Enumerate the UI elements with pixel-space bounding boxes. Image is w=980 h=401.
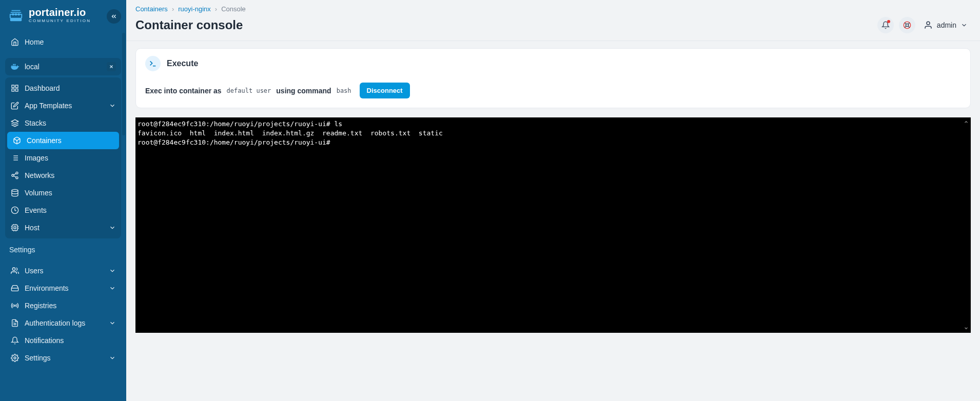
chevron-down-icon bbox=[109, 319, 116, 327]
settings-heading: Settings bbox=[0, 238, 126, 257]
sidebar-item-label: Volumes bbox=[25, 189, 52, 197]
svg-rect-31 bbox=[14, 227, 16, 229]
help-button[interactable] bbox=[899, 17, 915, 33]
sidebar-item-label: Authentication logs bbox=[25, 319, 85, 327]
svg-point-23 bbox=[16, 172, 18, 174]
docker-icon bbox=[10, 62, 19, 71]
home-icon bbox=[10, 37, 19, 47]
sidebar-item-label: Containers bbox=[27, 136, 62, 145]
sidebar-item-label: Images bbox=[25, 154, 48, 162]
sidebar-item-registries[interactable]: Registries bbox=[5, 297, 121, 314]
svg-line-27 bbox=[14, 173, 16, 175]
sidebar-item-label: Environments bbox=[25, 284, 69, 292]
svg-rect-30 bbox=[12, 225, 18, 231]
sidebar-item-auth-logs[interactable]: Authentication logs bbox=[5, 314, 121, 332]
sidebar-item-label: Networks bbox=[25, 171, 54, 179]
svg-line-53 bbox=[905, 26, 906, 28]
svg-rect-13 bbox=[15, 89, 18, 91]
database-icon bbox=[10, 188, 19, 197]
sidebar-item-notifications[interactable]: Notifications bbox=[5, 332, 121, 349]
card-header: Execute bbox=[145, 56, 961, 71]
brand-logo[interactable]: portainer.io COMMUNITY EDITION bbox=[8, 7, 91, 23]
sidebar-header: portainer.io COMMUNITY EDITION bbox=[0, 0, 126, 28]
sidebar-item-environments[interactable]: Environments bbox=[5, 279, 121, 297]
environment-badge[interactable]: local bbox=[5, 58, 121, 75]
notifications-button[interactable] bbox=[877, 17, 894, 33]
sidebar-collapse-button[interactable] bbox=[107, 9, 121, 24]
sidebar-item-label: Dashboard bbox=[25, 84, 60, 92]
notification-indicator bbox=[887, 20, 890, 23]
disconnect-button[interactable]: Disconnect bbox=[360, 83, 410, 98]
radio-icon bbox=[10, 301, 19, 310]
sidebar-item-networks[interactable]: Networks bbox=[5, 167, 121, 184]
svg-rect-1 bbox=[15, 13, 17, 15]
sidebar-item-images[interactable]: Images bbox=[5, 149, 121, 167]
svg-line-50 bbox=[905, 23, 906, 24]
user-name: admin bbox=[937, 21, 956, 29]
sidebar-item-containers[interactable]: Containers bbox=[7, 132, 119, 149]
sidebar-item-label: App Templates bbox=[25, 102, 72, 110]
main: Containers › ruoyi-nginx › Console Conta… bbox=[126, 0, 980, 401]
svg-point-40 bbox=[12, 268, 15, 270]
user-menu[interactable]: admin bbox=[920, 18, 971, 32]
sidebar-item-label: Host bbox=[25, 224, 40, 232]
user-icon bbox=[924, 21, 933, 30]
chevron-down-icon bbox=[109, 267, 116, 274]
close-icon bbox=[109, 64, 114, 69]
exec-prefix: Exec into container as bbox=[145, 87, 222, 95]
svg-line-51 bbox=[908, 26, 910, 28]
breadcrumb: Containers › ruoyi-nginx › Console bbox=[135, 5, 971, 13]
svg-marker-15 bbox=[11, 119, 18, 123]
svg-point-44 bbox=[14, 305, 16, 307]
execute-card: Execute Exec into container as default u… bbox=[135, 48, 971, 108]
chevron-right-icon: › bbox=[215, 5, 217, 13]
sidebar-item-stacks[interactable]: Stacks bbox=[5, 114, 121, 132]
cpu-icon bbox=[10, 223, 19, 232]
brand-name: portainer.io bbox=[29, 7, 91, 17]
chevron-down-icon bbox=[961, 22, 968, 29]
terminal-output[interactable]: root@f284ec9fc310:/home/ruoyi/projects/r… bbox=[135, 117, 971, 333]
life-buoy-icon bbox=[903, 21, 911, 29]
grid-icon bbox=[10, 84, 19, 93]
chevrons-left-icon bbox=[110, 13, 117, 20]
terminal-scroll-down[interactable] bbox=[963, 325, 970, 332]
sidebar-item-volumes[interactable]: Volumes bbox=[5, 184, 121, 202]
sidebar-item-dashboard[interactable]: Dashboard bbox=[5, 79, 121, 97]
svg-point-47 bbox=[14, 357, 16, 359]
sidebar-item-label: Registries bbox=[25, 302, 56, 310]
terminal-scroll-up[interactable] bbox=[963, 118, 970, 126]
chevron-down-icon bbox=[109, 285, 116, 292]
sidebar-item-users[interactable]: Users bbox=[5, 262, 121, 279]
svg-point-24 bbox=[12, 174, 14, 176]
content: Execute Exec into container as default u… bbox=[126, 48, 980, 342]
exec-mid: using command bbox=[276, 87, 331, 95]
sidebar-item-app-templates[interactable]: App Templates bbox=[5, 97, 121, 114]
sidebar-item-home[interactable]: Home bbox=[5, 33, 121, 51]
environment-close-button[interactable] bbox=[107, 62, 116, 71]
breadcrumb-container-name[interactable]: ruoyi-nginx bbox=[178, 5, 211, 13]
sidebar-item-label: Home bbox=[25, 38, 44, 46]
share-icon bbox=[10, 171, 19, 180]
svg-point-28 bbox=[12, 189, 18, 191]
svg-rect-11 bbox=[12, 85, 14, 88]
svg-rect-14 bbox=[12, 89, 14, 91]
header-divider bbox=[126, 41, 980, 41]
breadcrumb-containers[interactable]: Containers bbox=[135, 5, 168, 13]
brand-edition: COMMUNITY EDITION bbox=[29, 18, 91, 23]
sidebar-item-events[interactable]: Events bbox=[5, 202, 121, 219]
exec-cmd-value: bash bbox=[337, 87, 351, 94]
page-title: Container console bbox=[135, 18, 243, 32]
chevron-down-icon bbox=[109, 224, 116, 231]
svg-rect-2 bbox=[18, 13, 20, 15]
sidebar-item-settings[interactable]: Settings bbox=[5, 349, 121, 367]
portainer-logo-icon bbox=[8, 8, 24, 23]
gear-icon bbox=[10, 353, 19, 363]
sidebar-item-host[interactable]: Host bbox=[5, 219, 121, 236]
sidebar-item-label: Notifications bbox=[25, 336, 64, 345]
svg-line-52 bbox=[908, 23, 910, 24]
hdd-icon bbox=[10, 284, 19, 293]
sidebar-scrollbar[interactable] bbox=[122, 33, 125, 135]
exec-user-value: default user bbox=[227, 87, 271, 94]
svg-rect-3 bbox=[10, 18, 22, 21]
svg-rect-8 bbox=[14, 64, 15, 65]
